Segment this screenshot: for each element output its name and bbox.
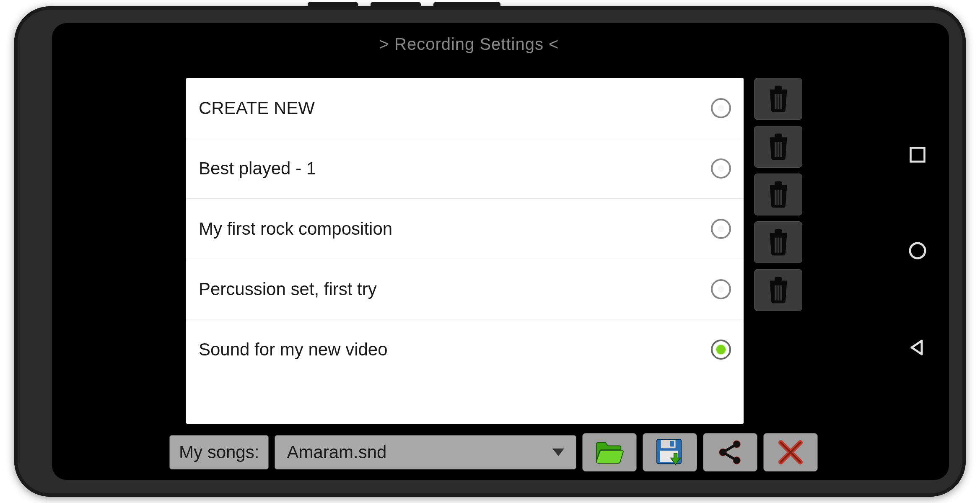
- list-item[interactable]: Sound for my new video: [186, 319, 744, 380]
- delete-button[interactable]: [754, 126, 802, 168]
- list-item-label: Best played - 1: [199, 158, 316, 179]
- close-button[interactable]: [763, 433, 818, 472]
- selected-song: Amaram.snd: [287, 442, 386, 462]
- delete-button[interactable]: [754, 269, 802, 311]
- svg-line-7: [726, 446, 734, 451]
- list-item-label: Percussion set, first try: [199, 279, 377, 299]
- nav-back-button[interactable]: [907, 337, 928, 358]
- nav-home-button[interactable]: [907, 241, 928, 261]
- delete-button[interactable]: [754, 78, 802, 120]
- radio-button[interactable]: [711, 98, 731, 118]
- radio-button[interactable]: [711, 158, 731, 179]
- circle-icon: [907, 241, 928, 261]
- list-item-label: My first rock composition: [199, 219, 392, 239]
- list-item[interactable]: Best played - 1: [186, 138, 744, 199]
- floppy-save-icon: [656, 438, 684, 466]
- bottom-toolbar: My songs: Amaram.snd: [52, 428, 886, 480]
- trash-icon: [767, 86, 790, 112]
- list-item-label: Sound for my new video: [199, 340, 388, 360]
- page-title: > Recording Settings <: [52, 23, 886, 65]
- trash-icon: [767, 133, 790, 160]
- radio-button[interactable]: [711, 219, 731, 239]
- svg-rect-9: [911, 148, 925, 161]
- triangle-back-icon: [907, 337, 928, 358]
- recording-list: CREATE NEW Best played - 1 My first rock…: [186, 78, 744, 424]
- trash-icon: [767, 277, 790, 303]
- radio-button[interactable]: [711, 279, 731, 299]
- nav-recent-button[interactable]: [908, 145, 927, 164]
- chevron-down-icon: [552, 449, 564, 456]
- list-item-label: CREATE NEW: [199, 98, 315, 118]
- svg-line-8: [726, 454, 734, 459]
- square-icon: [908, 145, 927, 164]
- songs-label: My songs:: [169, 435, 269, 469]
- close-x-icon: [778, 439, 804, 465]
- trash-icon: [767, 229, 790, 256]
- svg-point-10: [910, 243, 925, 258]
- radio-button-selected[interactable]: [711, 340, 731, 360]
- delete-button[interactable]: [754, 174, 802, 215]
- delete-button[interactable]: [754, 221, 802, 263]
- app-area: > Recording Settings < CREATE NEW Best p…: [52, 23, 886, 480]
- list-item[interactable]: My first rock composition: [186, 199, 744, 259]
- song-select-dropdown[interactable]: Amaram.snd: [275, 435, 576, 469]
- list-item-create-new[interactable]: CREATE NEW: [186, 78, 744, 138]
- share-icon: [717, 439, 743, 465]
- list-item[interactable]: Percussion set, first try: [186, 259, 744, 319]
- phone-frame: > Recording Settings < CREATE NEW Best p…: [14, 6, 966, 497]
- android-nav-bar: [886, 23, 949, 480]
- share-button[interactable]: [703, 433, 757, 472]
- device-screen: > Recording Settings < CREATE NEW Best p…: [52, 23, 949, 480]
- svg-rect-2: [670, 441, 674, 447]
- save-button[interactable]: [643, 433, 697, 472]
- delete-column: [754, 78, 802, 424]
- content-area: CREATE NEW Best played - 1 My first rock…: [52, 65, 886, 428]
- folder-open-icon: [595, 441, 624, 464]
- open-button[interactable]: [582, 433, 637, 472]
- trash-icon: [767, 181, 790, 208]
